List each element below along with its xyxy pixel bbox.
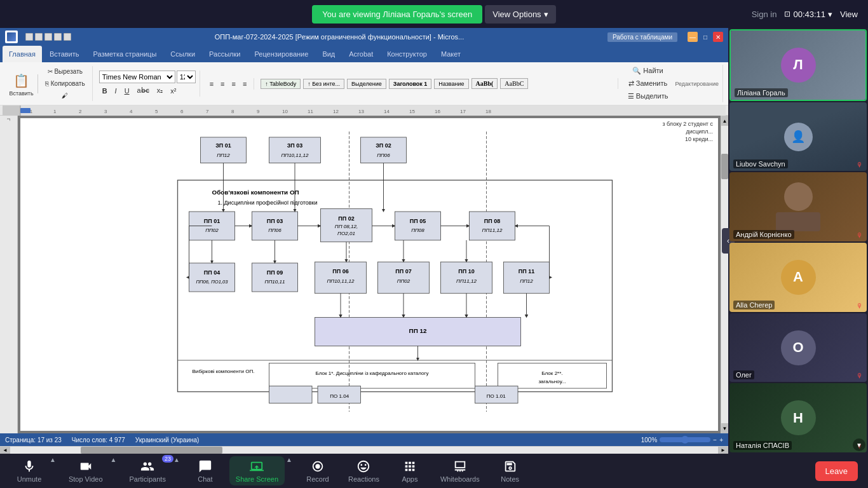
apps-button[interactable]: Apps bbox=[391, 456, 429, 485]
participants-button[interactable]: 23 Participants bbox=[123, 456, 172, 485]
svg-text:8: 8 bbox=[231, 109, 234, 114]
font-selector[interactable]: Times New Roman bbox=[99, 71, 175, 83]
align-left-button[interactable]: ≡ bbox=[207, 78, 217, 90]
zoom-slider[interactable] bbox=[660, 437, 710, 442]
cut-button[interactable]: ✂ Вырезать bbox=[42, 66, 88, 77]
svg-rect-51 bbox=[470, 212, 515, 240]
svg-text:ПП06: ПП06 bbox=[377, 152, 390, 158]
svg-text:ПП11,12: ПП11,12 bbox=[482, 227, 503, 233]
subscript-button[interactable]: x₂ bbox=[154, 85, 166, 97]
view-options-button[interactable]: View Options ▾ bbox=[485, 5, 555, 24]
bold-button[interactable]: B bbox=[99, 85, 111, 97]
mic-icon bbox=[22, 459, 37, 474]
share-caret[interactable]: ▲ bbox=[285, 456, 294, 463]
chat-button[interactable]: Chat bbox=[186, 456, 224, 485]
svg-text:1: 1 bbox=[53, 109, 57, 114]
font-group: Times New Roman 12 B I U ab̶c̶ x₂ x² bbox=[95, 71, 200, 97]
participants-icon: 23 bbox=[140, 459, 155, 474]
select-button[interactable]: ☰ Выделить bbox=[625, 90, 672, 102]
zoom-minus[interactable]: − bbox=[713, 437, 717, 444]
share-screen-button[interactable]: Share Screen bbox=[229, 456, 285, 485]
horizontal-scrollbar[interactable]: ◄ ► bbox=[0, 446, 728, 454]
style-large2[interactable]: AaBbC bbox=[500, 78, 528, 89]
leave-button[interactable]: Leave bbox=[815, 461, 858, 481]
svg-text:6: 6 bbox=[180, 109, 184, 114]
minimize-button[interactable]: — bbox=[688, 32, 698, 42]
svg-text:ПО 1.04: ПО 1.04 bbox=[330, 393, 349, 399]
tab-insert[interactable]: Вставить bbox=[43, 46, 86, 62]
participant-name-6: Наталія СПАСІВ bbox=[733, 441, 792, 450]
tab-home[interactable]: Главная bbox=[3, 46, 42, 62]
record-button[interactable]: Record bbox=[299, 456, 337, 485]
italic-button[interactable]: I bbox=[112, 85, 120, 97]
participants-caret[interactable]: ▲ bbox=[172, 456, 181, 463]
svg-text:1.   Дисципліни професійної пі: 1. Дисципліни професійної підготовки bbox=[218, 200, 318, 206]
replace-button[interactable]: ⇄ Заменить bbox=[625, 78, 672, 90]
style-name[interactable]: Название bbox=[434, 79, 468, 89]
maximize-button[interactable]: □ bbox=[700, 32, 710, 42]
tab-acrobat[interactable]: Acrobat bbox=[342, 46, 379, 62]
svg-text:ПП 08: ПП 08 bbox=[484, 218, 500, 224]
mic-muted-icon-3: 🎙 bbox=[857, 232, 863, 239]
word-title: ОПП-маг-072-2024-2025 [Режим ограниченно… bbox=[76, 33, 602, 41]
strikethrough-button[interactable]: ab̶c̶ bbox=[134, 85, 153, 97]
paste-button[interactable]: 📋 bbox=[9, 71, 34, 90]
format-painter[interactable]: 🖌 bbox=[42, 90, 88, 101]
align-center-button[interactable]: ≡ bbox=[217, 78, 227, 90]
tab-design[interactable]: Конструктор bbox=[381, 46, 433, 62]
font-size-selector[interactable]: 12 bbox=[177, 71, 196, 83]
notes-button[interactable]: Notes bbox=[491, 456, 529, 485]
share-screen-group: Share Screen ▲ bbox=[229, 456, 294, 485]
apps-icon bbox=[402, 459, 417, 474]
screen-share-icon: ⊡ bbox=[784, 10, 790, 18]
unmute-caret[interactable]: ▲ bbox=[48, 456, 57, 463]
tab-layout2[interactable]: Макет bbox=[435, 46, 467, 62]
view-button[interactable]: View bbox=[840, 10, 858, 19]
vertical-scrollbar[interactable]: ▲ ▼ bbox=[721, 116, 728, 433]
svg-text:ПП11,12: ПП11,12 bbox=[456, 278, 477, 284]
zoom-plus[interactable]: + bbox=[719, 437, 723, 444]
style-heading1[interactable]: Заголовок 1 bbox=[389, 79, 432, 89]
style-default[interactable]: ↑ Без инте... bbox=[303, 79, 344, 89]
superscript-button[interactable]: x² bbox=[167, 85, 179, 97]
svg-rect-1 bbox=[3, 105, 20, 116]
svg-rect-48 bbox=[395, 212, 441, 240]
table-tools-tab[interactable]: Работа с таблицами bbox=[607, 32, 677, 42]
find-button[interactable]: 🔍 Найти bbox=[625, 65, 672, 77]
svg-text:13: 13 bbox=[358, 109, 364, 114]
svg-text:ПП 12: ПП 12 bbox=[409, 327, 427, 334]
style-large[interactable]: AaBb( bbox=[471, 78, 498, 89]
styles-group: ↑ TableBody ↑ Без инте... Выделение Заго… bbox=[257, 78, 618, 89]
tab-review[interactable]: Рецензирование bbox=[248, 46, 315, 62]
stop-video-label: Stop Video bbox=[69, 475, 103, 483]
style-tablebody[interactable]: ↑ TableBody bbox=[261, 79, 301, 89]
reactions-button[interactable]: Reactions bbox=[342, 456, 386, 485]
svg-point-110 bbox=[315, 464, 320, 468]
top-banner-area: You are viewing Ліліана Гораль's screen … bbox=[0, 0, 868, 28]
whiteboards-button[interactable]: Whiteboards bbox=[434, 456, 486, 485]
tab-mailings[interactable]: Рассылки bbox=[203, 46, 247, 62]
sign-in-button[interactable]: Sign in bbox=[752, 10, 777, 19]
copy-button[interactable]: ⎘ Копировать bbox=[42, 78, 88, 89]
style-selection[interactable]: Выделение bbox=[347, 79, 386, 89]
horizontal-ruler: -1 1 2 3 4 5 6 7 8 9 10 11 12 13 14 15 1… bbox=[0, 105, 728, 116]
notes-label: Notes bbox=[501, 475, 519, 483]
unmute-button[interactable]: Unmute bbox=[10, 456, 48, 485]
tab-view[interactable]: Вид bbox=[316, 46, 341, 62]
tab-references[interactable]: Ссылки bbox=[164, 46, 201, 62]
video-caret[interactable]: ▲ bbox=[109, 456, 118, 463]
svg-text:Блок 1*. Дисципліни із кафедра: Блок 1*. Дисципліни із кафедрального кат… bbox=[315, 370, 429, 376]
svg-text:ПП 08,12,: ПП 08,12, bbox=[335, 224, 358, 229]
svg-text:ПП12: ПП12 bbox=[520, 278, 533, 284]
svg-text:ПП 09: ПП 09 bbox=[267, 269, 283, 276]
timer-value: 00:43:11 bbox=[793, 10, 825, 19]
close-button[interactable]: ✕ bbox=[713, 32, 723, 42]
justify-button[interactable]: ≡ bbox=[240, 78, 250, 90]
align-right-button[interactable]: ≡ bbox=[228, 78, 238, 90]
svg-rect-57 bbox=[252, 263, 298, 292]
underline-button[interactable]: U bbox=[121, 85, 133, 97]
scroll-down-button[interactable]: ▼ bbox=[853, 438, 865, 451]
tab-layout[interactable]: Разметка страницы bbox=[87, 46, 163, 62]
stop-video-button[interactable]: Stop Video bbox=[62, 456, 109, 485]
svg-text:15: 15 bbox=[409, 109, 415, 114]
